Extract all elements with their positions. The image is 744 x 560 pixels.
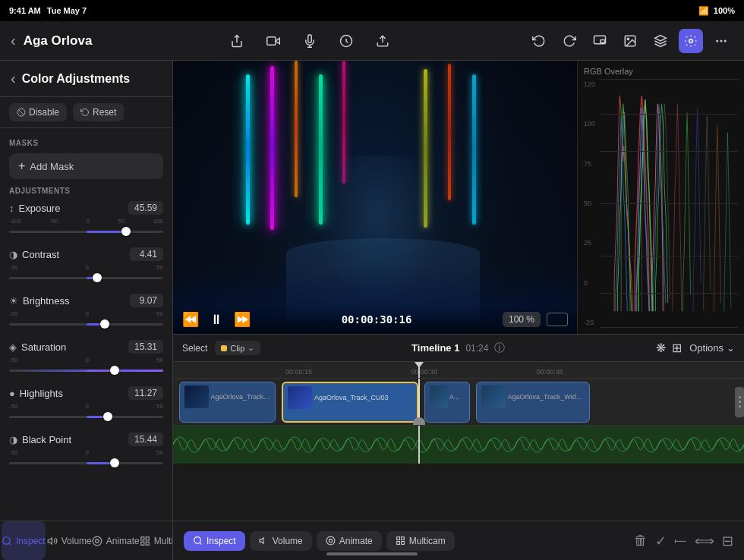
pip-icon[interactable] bbox=[588, 29, 612, 53]
color-adjust-icon[interactable] bbox=[679, 29, 703, 53]
checkmark-icon[interactable]: ✓ bbox=[655, 533, 667, 549]
rewind-button[interactable]: ⏪ bbox=[182, 311, 199, 328]
video-track: AgaOrlova_Track_Wid... AgaOrlova_Track_C… bbox=[173, 379, 744, 426]
undo-icon[interactable] bbox=[527, 29, 551, 53]
svg-point-15 bbox=[95, 539, 99, 543]
svg-rect-16 bbox=[141, 536, 144, 540]
tab-multicam[interactable]: Multicam bbox=[140, 521, 173, 560]
mic-icon[interactable] bbox=[298, 29, 322, 53]
bottom-tab-bar: Inspect Volume Animate Multicam bbox=[0, 521, 172, 560]
left-panel: ‹ Color Adjustments Disable Reset MASKS … bbox=[0, 61, 173, 560]
aspect-ratio-button[interactable] bbox=[547, 313, 568, 326]
volume-button[interactable]: Volume bbox=[250, 531, 312, 551]
fast-forward-button[interactable]: ⏩ bbox=[234, 311, 251, 328]
svg-rect-17 bbox=[146, 536, 149, 540]
svg-point-8 bbox=[725, 40, 727, 42]
timeline-area: Select Clip ⌄ Timeline 1 01:24 ⓘ ❋ bbox=[173, 334, 744, 560]
camera-icon[interactable] bbox=[261, 29, 285, 53]
svg-rect-28 bbox=[401, 542, 404, 545]
highlights-slider[interactable] bbox=[9, 411, 163, 422]
ruler-time-2: 00:00:30 bbox=[411, 368, 437, 376]
contrast-label: Contrast bbox=[22, 249, 59, 260]
clip-1[interactable]: AgaOrlova_Track_Wid... bbox=[179, 382, 276, 423]
inspect-button[interactable]: Inspect bbox=[184, 531, 245, 551]
panel-header: ‹ Color Adjustments bbox=[0, 61, 172, 97]
contrast-icon: ◑ bbox=[9, 249, 17, 260]
overlay-icon[interactable] bbox=[648, 29, 673, 53]
svg-rect-27 bbox=[396, 542, 399, 545]
more-icon[interactable] bbox=[709, 29, 733, 53]
brightness-slider[interactable] bbox=[9, 319, 163, 329]
video-controls: ⏪ ⏸ ⏩ 00:00:30:16 100 % bbox=[173, 305, 577, 334]
timeline-info-icon[interactable]: ⓘ bbox=[494, 341, 505, 355]
wifi-icon: 📶 bbox=[698, 6, 709, 16]
tab-inspect[interactable]: Inspect bbox=[2, 521, 46, 560]
svg-point-14 bbox=[93, 536, 102, 546]
audio-track: // Generate waveform lines bbox=[173, 426, 744, 464]
battery-display: 100% bbox=[714, 6, 735, 15]
multicam-button[interactable]: Multicam bbox=[386, 531, 455, 551]
export-icon[interactable] bbox=[370, 29, 395, 53]
add-mask-button[interactable]: + Add Mask bbox=[9, 153, 163, 179]
clip-3[interactable]: A... bbox=[424, 382, 470, 423]
svg-line-11 bbox=[18, 109, 24, 115]
tab-volume[interactable]: Volume bbox=[47, 521, 92, 560]
clip-3-label: A... bbox=[449, 393, 460, 401]
highlights-icon: ● bbox=[9, 388, 15, 399]
clip-2[interactable]: AgaOrlova_Track_CU03 bbox=[282, 382, 418, 423]
saturation-row: ◈ Saturation 15.31 -50050 bbox=[9, 340, 163, 376]
back-button[interactable]: ‹ bbox=[11, 32, 16, 49]
contrast-slider[interactable] bbox=[9, 272, 163, 283]
delete-icon[interactable]: 🗑 bbox=[634, 533, 648, 549]
share-icon[interactable] bbox=[225, 29, 249, 53]
timeline-playhead bbox=[418, 379, 420, 425]
video-frame bbox=[173, 61, 577, 334]
brightness-value: 9.07 bbox=[130, 294, 163, 307]
saturation-slider[interactable] bbox=[9, 365, 163, 376]
date-display: Tue May 7 bbox=[47, 6, 87, 15]
clip-indicator: Clip ⌄ bbox=[215, 341, 260, 355]
svg-point-7 bbox=[720, 40, 722, 42]
panel-back-button[interactable]: ‹ bbox=[11, 70, 16, 87]
photo-icon[interactable] bbox=[618, 29, 642, 53]
clip-4[interactable]: AgaOrlova_Track_WideO... bbox=[476, 382, 590, 423]
black-point-slider[interactable] bbox=[9, 458, 163, 468]
star-icon[interactable] bbox=[334, 29, 358, 53]
snap-icon[interactable]: ❋ bbox=[656, 341, 666, 355]
masks-section-label: MASKS bbox=[9, 139, 163, 147]
options-button[interactable]: Options ⌄ bbox=[689, 342, 735, 354]
black-point-label: Black Point bbox=[22, 434, 71, 445]
svg-rect-18 bbox=[141, 542, 144, 545]
clip-dropdown-icon[interactable]: ⌄ bbox=[247, 343, 254, 353]
tab-animate[interactable]: Animate bbox=[92, 521, 140, 560]
grid-icon[interactable]: ⊞ bbox=[672, 341, 682, 355]
clip-4-label: AgaOrlova_Track_WideO... bbox=[508, 393, 585, 401]
grid-arrange-icon[interactable]: ⊟ bbox=[722, 533, 733, 549]
split-icon[interactable]: ⟝ bbox=[674, 533, 687, 549]
contrast-row: ◑ Contrast 4.41 -50050 bbox=[9, 247, 163, 283]
select-button[interactable]: Select bbox=[182, 343, 207, 354]
disable-button[interactable]: Disable bbox=[9, 103, 67, 121]
animate-button[interactable]: Animate bbox=[317, 531, 382, 551]
ruler-playhead bbox=[418, 362, 420, 378]
reset-button[interactable]: Reset bbox=[73, 103, 124, 121]
exposure-slider[interactable] bbox=[9, 226, 163, 237]
rgb-panel: RGB Overlay 120 100 75 50 25 0 -20 bbox=[577, 61, 744, 334]
pause-button[interactable]: ⏸ bbox=[210, 312, 223, 328]
right-content: ⏪ ⏸ ⏩ 00:00:30:16 100 % RGB Overlay bbox=[173, 61, 744, 560]
timecode-display: 00:00:30:16 bbox=[342, 313, 412, 326]
arrange-icon[interactable]: ⟺ bbox=[695, 533, 714, 549]
app-title: Aga Orlova bbox=[24, 33, 93, 49]
options-chevron-icon: ⌄ bbox=[727, 342, 735, 354]
zoom-level: 100 % bbox=[503, 312, 541, 327]
adjustments-section-label: ADJUSTMENTS bbox=[9, 187, 163, 195]
scroll-handle[interactable] bbox=[735, 387, 744, 417]
inspect-label: Inspect bbox=[206, 536, 236, 546]
svg-rect-26 bbox=[401, 537, 404, 540]
redo-icon[interactable] bbox=[557, 29, 582, 53]
video-area: ⏪ ⏸ ⏩ 00:00:30:16 100 % RGB Overlay bbox=[173, 61, 744, 334]
brightness-label: Brightness bbox=[23, 295, 69, 307]
disable-label: Disable bbox=[29, 107, 59, 118]
timeline-duration: 01:24 bbox=[465, 343, 488, 354]
playhead-triangle bbox=[415, 362, 424, 368]
